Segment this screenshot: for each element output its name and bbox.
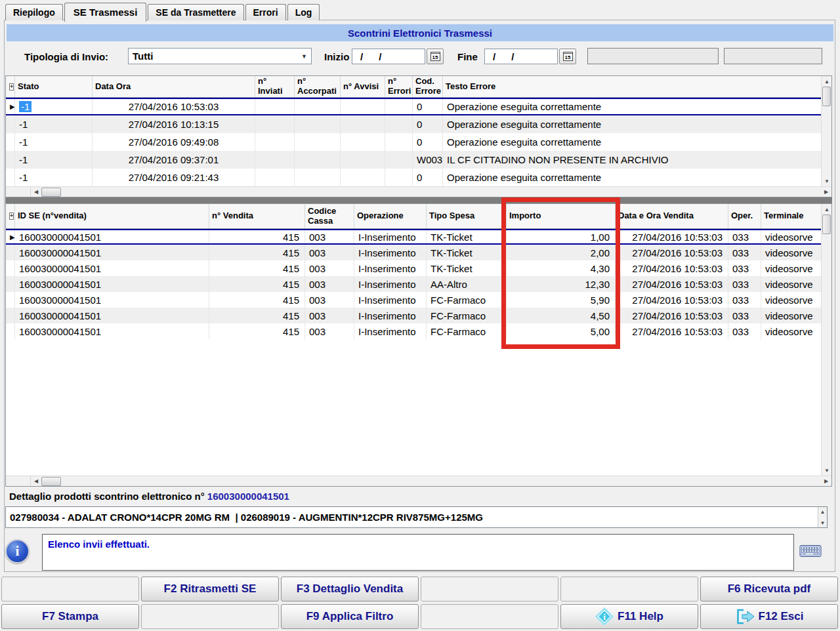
- column-header-avvisi[interactable]: n° Avvisi: [341, 76, 385, 97]
- tipologia-select[interactable]: Tutti ▼: [128, 48, 312, 64]
- scroll-thumb[interactable]: [41, 477, 61, 486]
- cell-op[interactable]: I-Inserimento: [354, 292, 427, 308]
- table-row[interactable]: 160030000041501415003I-InserimentoFC-Far…: [6, 308, 822, 323]
- cell-oper[interactable]: 033: [728, 292, 761, 308]
- cell-data[interactable]: 27/04/2016 10:53:03: [616, 323, 728, 339]
- inizio-date-input[interactable]: / /: [352, 49, 425, 64]
- grid-splitter[interactable]: [5, 197, 832, 203]
- cell-importo[interactable]: 5,00: [507, 323, 616, 339]
- scroll-down-icon[interactable]: ▼: [822, 465, 832, 476]
- scroll-down-icon[interactable]: ▼: [822, 176, 832, 186]
- select-all-corner[interactable]: +: [6, 76, 15, 97]
- scroll-thumb[interactable]: [822, 214, 831, 234]
- scroll-left-icon[interactable]: ◀: [31, 187, 41, 197]
- cell-cassa[interactable]: 003: [305, 245, 354, 260]
- cell-oper[interactable]: 033: [728, 260, 761, 276]
- row-selector[interactable]: [6, 260, 15, 276]
- cell-oper[interactable]: 033: [728, 323, 761, 339]
- cell-op[interactable]: I-Inserimento: [354, 245, 427, 260]
- cell-importo[interactable]: 5,90: [507, 292, 616, 308]
- table-row[interactable]: 160030000041501415003I-InserimentoTK-Tic…: [6, 260, 822, 276]
- cell-op[interactable]: I-Inserimento: [354, 323, 427, 339]
- cell-id[interactable]: 160030000041501: [15, 323, 209, 339]
- cell-stato[interactable]: -1: [15, 115, 93, 133]
- cell-inviati[interactable]: [255, 99, 295, 114]
- cell-terminale[interactable]: videosorve: [761, 276, 822, 292]
- column-header-op[interactable]: Operazione: [354, 204, 427, 228]
- cell-terminale[interactable]: videosorve: [761, 260, 822, 276]
- table-row[interactable]: -127/04/2016 10:13:150Operazione eseguit…: [6, 115, 822, 133]
- column-header-stato[interactable]: Stato: [15, 76, 93, 97]
- cell-importo[interactable]: 4,30: [507, 260, 616, 276]
- cell-vendita[interactable]: 415: [209, 308, 305, 323]
- cell-inviati[interactable]: [255, 169, 295, 186]
- scroll-left-icon[interactable]: ◀: [31, 476, 41, 487]
- products-scrollbar[interactable]: ▲ ▼: [818, 507, 827, 527]
- cell-tipo[interactable]: FC-Farmaco: [427, 308, 507, 323]
- table-row[interactable]: 160030000041501415003I-InserimentoTK-Tic…: [6, 245, 822, 260]
- cell-cod[interactable]: 0: [413, 169, 443, 186]
- cell-cassa[interactable]: 003: [305, 323, 354, 339]
- scroll-down-icon[interactable]: ▼: [818, 518, 827, 527]
- cell-tipo[interactable]: TK-Ticket: [427, 230, 507, 243]
- cell-id[interactable]: 160030000041501: [15, 308, 209, 323]
- column-header-oper[interactable]: Oper.: [728, 204, 761, 228]
- column-header-data_ora[interactable]: Data Ora: [93, 76, 255, 97]
- vertical-scrollbar[interactable]: ▲ ▼: [821, 76, 831, 186]
- tab-log[interactable]: Log: [287, 4, 320, 20]
- scroll-thumb[interactable]: [822, 87, 831, 106]
- column-header-id[interactable]: ID SE (n°vendita): [15, 204, 209, 228]
- cell-errori[interactable]: [385, 133, 413, 151]
- cell-importo[interactable]: 1,00: [507, 230, 616, 243]
- column-header-testo[interactable]: Testo Errore: [443, 76, 822, 97]
- cell-accorpati[interactable]: [295, 151, 341, 169]
- row-selector[interactable]: [6, 292, 15, 308]
- cell-testo[interactable]: Operazione eseguita correttamente: [443, 99, 822, 114]
- column-header-vendita[interactable]: n° Vendita: [209, 204, 305, 228]
- table-row[interactable]: -127/04/2016 09:37:01W003IL CF CITTADINO…: [6, 151, 822, 169]
- fine-date-input[interactable]: / /: [484, 49, 558, 64]
- scroll-up-icon[interactable]: ▲: [822, 204, 832, 214]
- cell-cod[interactable]: 0: [413, 133, 443, 151]
- inizio-calendar-button[interactable]: 15: [427, 49, 444, 64]
- cell-cassa[interactable]: 003: [305, 308, 354, 323]
- cell-data[interactable]: 27/04/2016 10:53:03: [616, 308, 728, 323]
- scroll-up-icon[interactable]: ▲: [818, 507, 827, 516]
- cell-op[interactable]: I-Inserimento: [354, 308, 427, 323]
- f2-ritrasmetti-se-button[interactable]: F2 Ritrasmetti SE: [141, 577, 279, 601]
- cell-terminale[interactable]: videosorve: [761, 230, 822, 243]
- f9-applica-filtro-button[interactable]: F9 Applica Filtro: [281, 604, 419, 629]
- cell-stato[interactable]: -1: [15, 151, 93, 169]
- scroll-right-icon[interactable]: ▶: [821, 476, 831, 487]
- row-selector[interactable]: [6, 115, 15, 133]
- cell-vendita[interactable]: 415: [209, 245, 305, 260]
- cell-cassa[interactable]: 003: [305, 276, 354, 292]
- cell-id[interactable]: 160030000041501: [15, 292, 209, 308]
- f6-ricevuta-pdf-button[interactable]: F6 Ricevuta pdf: [700, 577, 838, 601]
- cell-data[interactable]: 27/04/2016 10:53:03: [616, 245, 728, 260]
- f3-dettaglio-vendita-button[interactable]: F3 Dettaglio Vendita: [281, 577, 419, 601]
- f12-esci-button[interactable]: F12 Esci: [700, 604, 838, 629]
- cell-testo[interactable]: IL CF CITTADINO NON PRESENTE IN ARCHIVIO: [443, 151, 822, 169]
- cell-cod[interactable]: 0: [413, 115, 443, 133]
- cell-data[interactable]: 27/04/2016 10:53:03: [616, 260, 728, 276]
- cell-avvisi[interactable]: [341, 169, 385, 186]
- cell-vendita[interactable]: 415: [209, 276, 305, 292]
- cell-stato[interactable]: -1: [15, 99, 93, 114]
- cell-accorpati[interactable]: [295, 115, 341, 133]
- cell-tipo[interactable]: TK-Ticket: [427, 245, 507, 260]
- column-header-cod[interactable]: Cod. Errore: [413, 76, 443, 97]
- tab-se-da-trasmettere[interactable]: SE da Trasmettere: [148, 4, 243, 20]
- cell-id[interactable]: 160030000041501: [15, 245, 209, 260]
- horizontal-scrollbar[interactable]: ◀ ▶: [6, 186, 831, 197]
- table-row[interactable]: 160030000041501415003I-InserimentoFC-Far…: [6, 292, 822, 308]
- row-selector[interactable]: [6, 245, 15, 260]
- cell-oper[interactable]: 033: [728, 245, 761, 260]
- table-row[interactable]: ▶160030000041501415003I-InserimentoTK-Ti…: [6, 229, 822, 245]
- cell-cassa[interactable]: 003: [305, 292, 354, 308]
- chevron-down-icon[interactable]: ▼: [301, 53, 311, 60]
- column-header-cassa[interactable]: Codice Cassa: [305, 204, 354, 228]
- cell-tipo[interactable]: AA-Altro: [427, 276, 507, 292]
- cell-vendita[interactable]: 415: [209, 292, 305, 308]
- scroll-right-icon[interactable]: ▶: [821, 187, 831, 197]
